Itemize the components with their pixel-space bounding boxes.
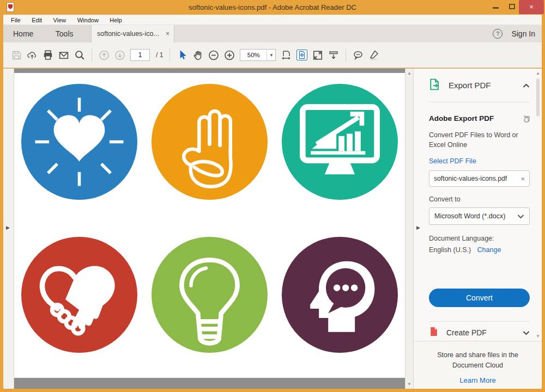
export-pdf-label: Export PDF (449, 81, 523, 90)
zoom-out-icon[interactable] (208, 50, 219, 60)
tools-sidebar: ▶ Export PDF Adobe Export PDF (413, 69, 542, 389)
menu-bar: File Edit View Window Help (3, 15, 542, 25)
close-button[interactable]: × (519, 0, 544, 14)
fit-width-icon[interactable] (281, 50, 292, 60)
chevron-down-icon: ▼ (267, 50, 275, 60)
toolbar-divider (346, 48, 346, 62)
page-number-input[interactable] (130, 49, 150, 61)
previous-page-icon[interactable] (99, 50, 110, 60)
help-icon[interactable]: ? (493, 29, 502, 39)
scroll-down-icon[interactable]: ▼ (407, 382, 411, 387)
lightbulb-icon (152, 237, 268, 353)
menu-window[interactable]: Window (73, 15, 103, 26)
email-icon[interactable] (58, 50, 69, 60)
main-area: ▶ (3, 69, 542, 389)
footer-text-line2: Document Cloud (414, 360, 542, 371)
shining-heart-icon (21, 84, 137, 200)
handshake-heart-icon (21, 237, 137, 353)
page-scrolling-icon[interactable] (328, 50, 339, 60)
selected-file-name: softonic-values-icons.pdf (434, 175, 518, 182)
tab-tools[interactable]: Tools (46, 25, 83, 42)
zoom-level-value: 50% (240, 52, 267, 58)
format-dropdown-value: Microsoft Word (*.docx) (434, 212, 517, 220)
document-cloud-footer: Store and share files in the Document Cl… (414, 341, 542, 389)
pdf-page (14, 73, 405, 378)
format-dropdown[interactable]: Microsoft Word (*.docx) (429, 207, 530, 225)
menu-view[interactable]: View (49, 15, 71, 26)
growth-monitor-icon (282, 84, 398, 200)
save-icon[interactable] (11, 50, 22, 60)
title-bar: softonic-values-icons.pdf - Adobe Acroba… (0, 0, 545, 15)
minimize-icon (493, 7, 499, 9)
selected-file-box[interactable]: softonic-values-icons.pdf × (429, 170, 530, 187)
create-pdf-label: Create PDF (446, 328, 523, 337)
export-pdf-panel-header[interactable]: Export PDF (429, 69, 530, 102)
remove-file-icon[interactable]: × (520, 175, 525, 183)
copy-pages-icon (521, 114, 530, 125)
scout-salute-icon (152, 84, 268, 200)
scroll-up-icon[interactable]: ▲ (536, 71, 540, 76)
menu-help[interactable]: Help (105, 15, 126, 26)
hand-tool-icon[interactable] (192, 50, 203, 60)
navigation-pane-strip[interactable]: ▶ (3, 69, 14, 389)
window-title: softonic-values-icons.pdf - Adobe Acroba… (0, 0, 545, 15)
fullscreen-icon[interactable] (312, 50, 323, 60)
select-tool-icon[interactable] (177, 50, 187, 60)
comment-icon[interactable] (353, 50, 364, 60)
convert-to-label: Convert to (429, 195, 530, 203)
document-scrollbar[interactable]: ▲ ▼ (405, 69, 413, 389)
minimize-button[interactable] (488, 0, 504, 14)
chevron-down-icon (523, 328, 530, 338)
adobe-export-pdf-heading: Adobe Export PDF (429, 114, 521, 122)
menu-file[interactable]: File (7, 15, 25, 26)
export-description: Convert PDF Files to Word or Excel Onlin… (429, 130, 530, 150)
print-icon[interactable] (43, 50, 53, 60)
scroll-down-icon[interactable]: ▼ (536, 334, 540, 339)
values-icon-grid (14, 73, 405, 353)
acrobat-window: softonic-values-icons.pdf - Adobe Acroba… (0, 0, 545, 392)
toolbar-divider (92, 48, 92, 62)
sidebar-scrollbar[interactable]: ▲ ▼ (535, 70, 541, 340)
zoom-level-select[interactable]: 50% ▼ (240, 49, 276, 61)
search-icon[interactable] (74, 50, 85, 60)
change-language-link[interactable]: Change (477, 246, 501, 254)
tab-document[interactable]: softonic-values-ico... × (92, 25, 174, 42)
thinking-head-icon (282, 237, 398, 353)
page-total-label: / 1 (156, 51, 163, 59)
menu-edit[interactable]: Edit (27, 15, 46, 26)
document-language-label: Document Language: (429, 235, 530, 242)
sign-in-button[interactable]: Sign In (511, 29, 535, 38)
chevron-up-icon (523, 81, 530, 90)
chevron-down-icon (517, 211, 524, 221)
learn-more-link[interactable]: Learn More (459, 376, 495, 384)
select-pdf-file-link[interactable]: Select PDF File (429, 157, 530, 165)
scroll-up-icon[interactable]: ▲ (407, 71, 411, 76)
document-language-value: English (U.S.) (429, 246, 471, 254)
fit-page-icon[interactable] (296, 50, 307, 60)
tab-bar: Home Tools softonic-values-ico... × ? Si… (3, 25, 542, 42)
highlight-icon[interactable] (368, 50, 379, 60)
toolbar: / 1 50% ▼ (3, 42, 542, 68)
maximize-icon (509, 4, 515, 9)
export-pdf-icon (429, 78, 441, 93)
document-tab-label: softonic-values-ico... (97, 30, 159, 38)
footer-text-line1: Store and share files in the (414, 350, 542, 360)
next-page-icon[interactable] (114, 50, 125, 60)
tab-home[interactable]: Home (3, 25, 43, 42)
create-pdf-icon (429, 327, 439, 339)
scrollbar-thumb[interactable] (536, 78, 540, 117)
app-tabs: Home Tools (3, 25, 92, 42)
toolbar-divider (169, 48, 170, 62)
zoom-in-icon[interactable] (224, 50, 235, 60)
collapse-tools-pane-icon[interactable]: ▶ (416, 225, 420, 230)
convert-button[interactable]: Convert (429, 289, 530, 307)
document-viewport: ▲ ▼ (14, 69, 413, 389)
upload-cloud-icon[interactable] (27, 50, 38, 60)
tab-close-icon[interactable]: × (166, 25, 169, 42)
maximize-button[interactable] (505, 0, 520, 14)
expand-nav-pane-icon[interactable]: ▶ (6, 225, 10, 230)
